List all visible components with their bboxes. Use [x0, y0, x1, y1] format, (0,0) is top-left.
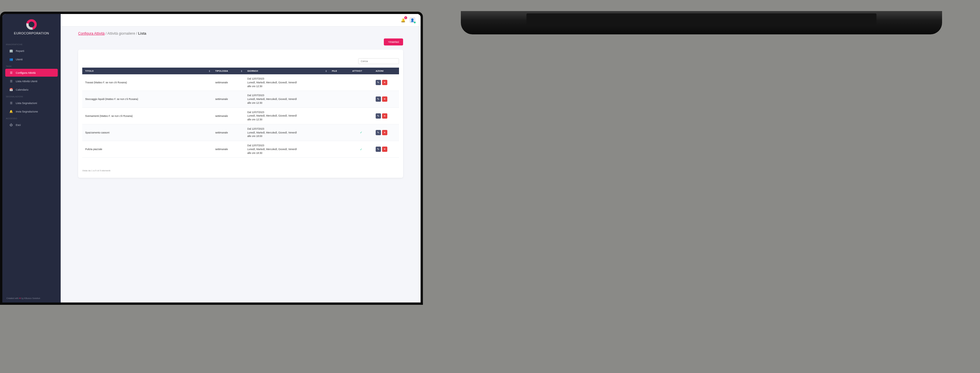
col-active[interactable]: ATTIVO?: [349, 68, 373, 74]
logo-icon: [26, 19, 37, 30]
cell-active: [349, 74, 373, 91]
cell-actions: ✎✕: [373, 91, 399, 108]
cell-actions: ✎✕: [373, 74, 399, 91]
nav-label: Utenti: [16, 58, 23, 61]
breadcrumb: Configura Attività / Attività giornalier…: [78, 32, 403, 36]
cell-type: settimanale: [212, 141, 244, 158]
topbar: 🔔 6 👤: [60, 14, 421, 26]
sidebar-item[interactable]: ⏻Esci: [5, 121, 58, 129]
cell-file: [329, 124, 349, 141]
nav-section-label: ANAGRAFICHE: [2, 42, 60, 46]
nav-icon: 🔔: [10, 110, 13, 113]
nav-icon: ☰: [10, 102, 13, 105]
main-area: 🔔 6 👤 Configura Attività / Attività gior…: [60, 14, 421, 303]
cell-type: settimanale: [212, 91, 244, 108]
nav-label: Calendario: [16, 88, 29, 91]
table-card: TITOLO▲▼ TIPOLOGIA▲▼ GIORNO/I▲▼ FILE ATT…: [78, 49, 403, 178]
cell-days: Dal 12/07/2023Lunedì, Martedì, Mercoledì…: [244, 141, 329, 158]
laptop-frame: EUROCORPORATION ANAGRAFICHE🏢Reparti👥Uten…: [0, 12, 423, 305]
content: Configura Attività / Attività giornalier…: [60, 26, 421, 189]
cell-active: [349, 91, 373, 108]
laptop-base: [461, 11, 942, 34]
edit-button[interactable]: ✎: [375, 97, 381, 102]
cell-file: [329, 74, 349, 91]
sidebar-item[interactable]: ☰Configura Attività: [5, 69, 58, 77]
nav-section-label: SEGNALAZIONI: [2, 94, 60, 98]
notification-badge: 6: [404, 16, 407, 19]
user-menu[interactable]: 👤: [409, 17, 415, 23]
breadcrumb-mid: Attività giornaliere: [107, 32, 135, 36]
nav-section-label: TASK: [2, 64, 60, 68]
cell-active: ✓: [349, 141, 373, 158]
cell-actions: ✎✕: [373, 124, 399, 141]
nav-label: Configura Attività: [16, 71, 36, 74]
sidebar-item[interactable]: 🔔Invia Segnalazione: [5, 108, 58, 115]
search-input[interactable]: [358, 58, 399, 64]
insert-button[interactable]: +Inserisci: [384, 38, 403, 46]
sidebar-item[interactable]: 👥Utenti: [5, 56, 58, 63]
brand-name: EUROCORPORATION: [2, 32, 60, 35]
sidebar-item[interactable]: 📅Calendario: [5, 86, 58, 94]
nav-label: Esci: [16, 124, 21, 127]
notifications-button[interactable]: 🔔 6: [401, 17, 406, 23]
nav-label: Invia Segnalazione: [16, 110, 38, 113]
cell-days: Dal 12/07/2023Lunedì, Martedì, Mercoledì…: [244, 108, 329, 124]
check-icon: ✓: [352, 148, 370, 151]
nav-label: Lista Attività Utenti: [16, 80, 37, 83]
sidebar-item[interactable]: ☰Lista Segnalazioni: [5, 99, 58, 107]
table-row: Sversamenti (Matteo F. se non c'è Roxana…: [82, 108, 399, 124]
col-type[interactable]: TIPOLOGIA▲▼: [212, 68, 244, 74]
nav-section-label: ACCESSO: [2, 116, 60, 121]
breadcrumb-root[interactable]: Configura Attività: [78, 32, 105, 36]
cell-active: ✓: [349, 124, 373, 141]
edit-button[interactable]: ✎: [375, 130, 381, 135]
cell-days: Dal 12/07/2023Lunedì, Martedì, Mercoledì…: [244, 91, 329, 108]
col-days[interactable]: GIORNO/I▲▼: [244, 68, 329, 74]
cell-file: [329, 108, 349, 124]
table-row: Travasi (Matteo F. se non c'è Roxana)set…: [82, 74, 399, 91]
delete-button[interactable]: ✕: [382, 147, 387, 152]
edit-button[interactable]: ✎: [375, 80, 381, 85]
cell-type: settimanale: [212, 108, 244, 124]
breadcrumb-current: Lista: [138, 32, 146, 36]
sidebar-footer: Created with ♥ by KBusco Solution: [2, 294, 60, 303]
nav-icon: ☰: [10, 71, 13, 74]
check-icon: ✓: [352, 131, 370, 134]
table-row: Stoccaggio liquidi (Matteo F. se non c'è…: [82, 91, 399, 108]
edit-button[interactable]: ✎: [375, 113, 381, 119]
sidebar-item[interactable]: ☰Lista Attività Utenti: [5, 77, 58, 85]
cell-file: [329, 91, 349, 108]
sidebar-item[interactable]: 🏢Reparti: [5, 47, 58, 55]
cell-title: Stoccaggio liquidi (Matteo F. se non c'è…: [82, 91, 212, 108]
cell-title: Travasi (Matteo F. se non c'è Roxana): [82, 74, 212, 91]
cell-type: settimanale: [212, 124, 244, 141]
col-file[interactable]: FILE: [329, 68, 349, 74]
cell-title: Pulizia piazzale: [82, 141, 212, 158]
table-row: Pulizia piazzalesettimanaleDal 12/07/202…: [82, 141, 399, 158]
app-screen: EUROCORPORATION ANAGRAFICHE🏢Reparti👥Uten…: [2, 14, 421, 303]
table-row: Spazzamento cassonisettimanaleDal 12/07/…: [82, 124, 399, 141]
nav-label: Lista Segnalazioni: [16, 102, 37, 105]
edit-button[interactable]: ✎: [375, 147, 381, 152]
nav-icon: 📅: [10, 88, 13, 91]
logo: EUROCORPORATION: [2, 14, 60, 42]
sidebar: EUROCORPORATION ANAGRAFICHE🏢Reparti👥Uten…: [2, 14, 60, 303]
cell-title: Spazzamento cassoni: [82, 124, 212, 141]
nav-label: Reparti: [16, 49, 24, 52]
delete-button[interactable]: ✕: [382, 130, 387, 135]
delete-button[interactable]: ✕: [382, 80, 387, 85]
cell-active: [349, 108, 373, 124]
cell-actions: ✎✕: [373, 108, 399, 124]
cell-actions: ✎✕: [373, 141, 399, 158]
activities-table: TITOLO▲▼ TIPOLOGIA▲▼ GIORNO/I▲▼ FILE ATT…: [82, 68, 399, 158]
col-actions: AZIONI: [373, 68, 399, 74]
delete-button[interactable]: ✕: [382, 97, 387, 102]
nav-icon: ☰: [10, 79, 13, 83]
cell-days: Dal 12/07/2023Lunedì, Martedì, Mercoledì…: [244, 124, 329, 141]
nav-icon: 👥: [10, 58, 13, 61]
table-footer-info: Vista da 1 a 5 di 5 elementi: [82, 169, 399, 172]
col-title[interactable]: TITOLO▲▼: [82, 68, 212, 74]
delete-button[interactable]: ✕: [382, 113, 387, 119]
cell-days: Dal 12/07/2023Lunedì, Martedì, Mercoledì…: [244, 74, 329, 91]
cell-file: [329, 141, 349, 158]
